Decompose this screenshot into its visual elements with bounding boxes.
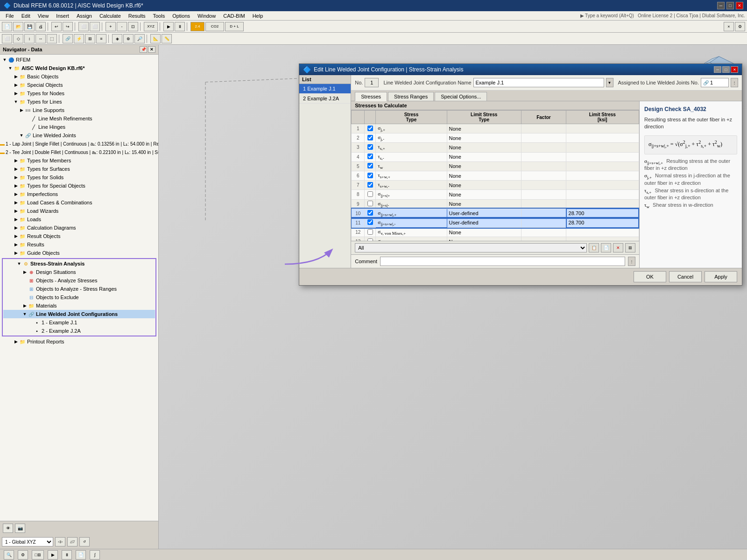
dropdown-arrow-assigned[interactable]: ⋮ bbox=[731, 78, 738, 87]
tree-item-line-supports[interactable]: ▶ ≡≡ Line Supports bbox=[0, 106, 158, 114]
modal-title-buttons[interactable]: ─ □ ✕ bbox=[714, 66, 738, 73]
cb-12[interactable] bbox=[367, 229, 373, 235]
tb-undo[interactable]: ↩ bbox=[51, 22, 62, 31]
menu-help[interactable]: Help bbox=[249, 12, 267, 20]
tb-r2[interactable]: ⚙ bbox=[735, 22, 745, 31]
tb2-5[interactable]: ⬚ bbox=[47, 34, 57, 43]
menu-tools[interactable]: Tools bbox=[149, 12, 169, 20]
tree-item-lwj[interactable]: ▼ 🔗 Line Welded Joints bbox=[0, 131, 158, 140]
tree-item-types-nodes[interactable]: ▶ 📁 Types for Nodes bbox=[0, 89, 158, 98]
apply-button[interactable]: Apply bbox=[705, 271, 737, 282]
menu-cadbim[interactable]: CAD-BIM bbox=[219, 12, 248, 20]
tree-item-config1[interactable]: ▪ 1 - Example J.1 bbox=[3, 318, 155, 327]
menu-insert[interactable]: Insert bbox=[52, 12, 73, 20]
cb-5[interactable] bbox=[367, 163, 373, 168]
tree-item-load-cases[interactable]: ▶ 📁 Load Cases & Combinations bbox=[0, 198, 158, 207]
tab-stress-ranges[interactable]: Stress Ranges bbox=[388, 92, 434, 101]
list-item-2[interactable]: 2 Example J.2A bbox=[299, 94, 351, 104]
tree-item-printout[interactable]: ▶ 📁 Printout Reports bbox=[0, 337, 158, 346]
tree-item-types-special-obj[interactable]: ▶ 📁 Types for Special Objects bbox=[0, 182, 158, 190]
view-btn1[interactable]: ◁▷ bbox=[55, 537, 65, 546]
limit-stress-11[interactable]: 28.700 bbox=[566, 218, 639, 227]
menu-assign[interactable]: Assign bbox=[73, 12, 96, 20]
tb-r1[interactable]: × bbox=[724, 22, 734, 31]
field-name-input[interactable] bbox=[473, 78, 604, 87]
tb-save[interactable]: 💾 bbox=[24, 22, 35, 31]
tb-co2[interactable]: 2.4 bbox=[190, 22, 204, 31]
status-btn5[interactable]: ⏸ bbox=[62, 550, 72, 560]
cb-4[interactable] bbox=[367, 154, 373, 159]
tb2-13[interactable]: 📐 bbox=[150, 34, 161, 43]
tab-stresses[interactable]: Stresses bbox=[355, 92, 387, 101]
modal-close[interactable]: ✕ bbox=[731, 66, 738, 73]
tree-item-calc-diagrams[interactable]: ▶ 📁 Calculation Diagrams bbox=[0, 224, 158, 232]
tree-item-imperfections[interactable]: ▶ 📁 Imperfections bbox=[0, 190, 158, 198]
nav-pin[interactable]: 📌 bbox=[140, 46, 147, 53]
tb2-11[interactable]: ⊕ bbox=[123, 34, 134, 43]
tb-select[interactable]: ⬜ bbox=[78, 22, 89, 31]
stress-table-wrapper[interactable]: StressType Limit StressType Factor Limit… bbox=[351, 110, 639, 241]
status-btn4[interactable]: ▶ bbox=[48, 550, 58, 560]
tb2-2[interactable]: ◇ bbox=[13, 34, 23, 43]
tree-item-types-lines[interactable]: ▼ 📁 Types for Lines bbox=[0, 98, 158, 106]
limit-type-10[interactable]: User-defined bbox=[447, 209, 521, 218]
tb-print[interactable]: 🖨 bbox=[35, 22, 46, 31]
tb-zoom-in[interactable]: + bbox=[106, 22, 116, 31]
tree-item-lwj1[interactable]: ▬ 1 - Lap Joint | Single Fillet | Contin… bbox=[0, 140, 158, 148]
tree-item-objects-exclude[interactable]: ⊟ Objects to Exclude bbox=[3, 293, 155, 301]
cb-11[interactable] bbox=[367, 219, 373, 225]
menu-window[interactable]: Window bbox=[194, 12, 219, 20]
tree-item-lwjc[interactable]: ▼ 🔗 Line Welded Joint Configurations bbox=[3, 310, 155, 318]
tree-item-loads[interactable]: ▶ 📁 Loads bbox=[0, 215, 158, 224]
tree-item-materials[interactable]: ▶ 📁 Materials bbox=[3, 301, 155, 310]
tb2-3[interactable]: ↕ bbox=[24, 34, 35, 43]
cb-2[interactable] bbox=[367, 135, 373, 140]
tb-select2[interactable]: ⬜ bbox=[90, 22, 100, 31]
tb2-8[interactable]: ⊞ bbox=[85, 34, 95, 43]
tree-item-types-members[interactable]: ▶ 📁 Types for Members bbox=[0, 156, 158, 165]
view-btn3[interactable]: ↺ bbox=[79, 537, 90, 546]
nav-btn1[interactable]: 👁 bbox=[3, 524, 13, 533]
tb-open[interactable]: 📂 bbox=[13, 22, 23, 31]
status-btn6[interactable]: 📄 bbox=[76, 550, 86, 560]
tb-render[interactable]: ▶ bbox=[163, 22, 174, 31]
cb-9[interactable] bbox=[367, 201, 373, 206]
tb-zoom-fit[interactable]: ⊡ bbox=[128, 22, 138, 31]
tb2-4[interactable]: ↔ bbox=[35, 34, 46, 43]
tab-special-options[interactable]: Special Options... bbox=[435, 92, 487, 101]
cb-3[interactable] bbox=[367, 144, 373, 150]
tree-item-config2[interactable]: ▪ 2 - Example J.2A bbox=[3, 327, 155, 335]
tree-item-lwj2[interactable]: ▬ 2 - Tee Joint | Double Fillet | Contin… bbox=[0, 148, 158, 156]
menu-view[interactable]: View bbox=[34, 12, 53, 20]
cb-8[interactable] bbox=[367, 191, 373, 197]
status-btn7[interactable]: ∫ bbox=[90, 550, 100, 560]
cb-1[interactable] bbox=[367, 126, 373, 131]
title-bar-controls[interactable]: ─ □ ✕ bbox=[717, 2, 743, 9]
filter-btn1[interactable]: 📋 bbox=[589, 243, 599, 252]
tree-item-types-surfaces[interactable]: ▶ 📁 Types for Surfaces bbox=[0, 165, 158, 173]
view-select[interactable]: 1 - Global XYZ bbox=[2, 537, 53, 546]
filter-btn2[interactable]: 📄 bbox=[601, 243, 611, 252]
menu-results[interactable]: Results bbox=[125, 12, 149, 20]
maximize-btn[interactable]: □ bbox=[726, 2, 734, 9]
cb-10[interactable] bbox=[367, 210, 373, 216]
close-btn[interactable]: ✕ bbox=[736, 2, 743, 9]
tree-item-result-objects[interactable]: ▶ 📁 Result Objects bbox=[0, 232, 158, 240]
dropdown-arrow-comment[interactable]: ⋮ bbox=[628, 257, 635, 266]
tb-render2[interactable]: ⏸ bbox=[175, 22, 185, 31]
comment-input[interactable] bbox=[380, 257, 625, 266]
tb2-7[interactable]: ⚡ bbox=[74, 34, 84, 43]
tb-new[interactable]: 📄 bbox=[2, 22, 12, 31]
limit-type-11[interactable]: User-defined bbox=[447, 218, 521, 227]
tb-3d[interactable]: XYZ bbox=[144, 22, 158, 31]
tb2-12[interactable]: 🔎 bbox=[134, 34, 145, 43]
view-btn2[interactable]: △▽ bbox=[67, 537, 78, 546]
tree-item-load-wizards[interactable]: ▶ 📁 Load Wizards bbox=[0, 207, 158, 215]
modal-dialog[interactable]: 🔷 Edit Line Welded Joint Configuration |… bbox=[299, 63, 742, 286]
cb-6[interactable] bbox=[367, 173, 373, 178]
tree-item-design-situations[interactable]: ▶ ⊕ Design Situations bbox=[3, 268, 155, 276]
limit-stress-10[interactable]: 28.700 bbox=[566, 209, 639, 218]
menu-options[interactable]: Options bbox=[169, 12, 194, 20]
filter-select[interactable]: All bbox=[355, 243, 587, 252]
filter-btn3[interactable]: ✕ bbox=[613, 243, 623, 252]
